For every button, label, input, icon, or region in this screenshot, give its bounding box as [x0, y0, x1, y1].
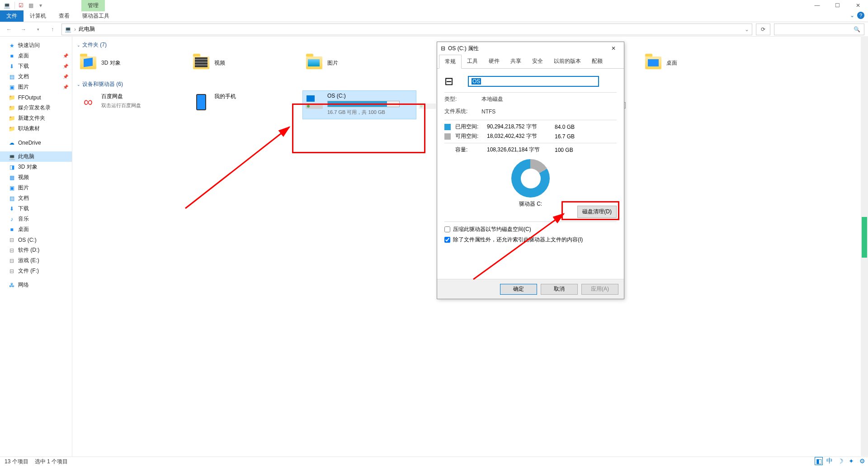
folder-pictures[interactable]: 图片 — [303, 52, 416, 74]
refresh-button[interactable]: ⟳ — [756, 24, 770, 35]
sidebar-item-desktop2[interactable]: ■桌面 — [0, 224, 72, 235]
breadcrumb-chevron-icon[interactable]: › — [74, 26, 76, 33]
tray-icon[interactable]: ⚙ — [858, 457, 866, 465]
ribbon-expand-icon[interactable]: ⌄ — [850, 12, 854, 19]
sidebar-item-career[interactable]: 📁职场素材 — [0, 123, 72, 134]
qat-thispc-icon[interactable]: 💻 — [3, 1, 11, 9]
address-bar[interactable]: 💻 › 此电脑 ⌄ — [61, 24, 752, 35]
sidebar-item-documents2[interactable]: ▤文档 — [0, 193, 72, 203]
sidebar-thispc[interactable]: 💻此电脑 — [0, 151, 72, 162]
tab-quota[interactable]: 配额 — [586, 55, 608, 68]
dialog-titlebar[interactable]: ⊟ OS (C:) 属性 ✕ — [437, 42, 624, 55]
tab-view[interactable]: 查看 — [52, 10, 76, 22]
nav-up-icon[interactable]: ↑ — [47, 26, 58, 33]
sidebar-item-videos[interactable]: ▦视频 — [0, 172, 72, 183]
compress-checkbox-row[interactable]: 压缩此驱动器以节约磁盘空间(C) — [444, 226, 617, 233]
usage-bar — [327, 101, 400, 107]
folder-3d[interactable]: 3D 对象 — [77, 52, 190, 74]
qat-properties-icon[interactable]: ▦ — [27, 1, 35, 9]
drive-icon: ⊟ — [441, 45, 445, 52]
checkbox-label: 除了文件属性外，还允许索引此驱动器上文件的内容(I) — [453, 236, 583, 244]
sidebar-item-ffoutput[interactable]: 📁FFOutput — [0, 92, 72, 103]
sidebar-label: OneDrive — [18, 140, 41, 146]
pin-icon: 📌 — [63, 85, 68, 89]
apply-button[interactable]: 应用(A) — [581, 284, 618, 295]
sidebar: ★ 快速访问 ■桌面📌 ⬇下载📌 ▤文档📌 ▣图片📌 📁FFOutput 📁媒介… — [0, 37, 72, 457]
tray-icon[interactable]: 中 — [826, 457, 834, 465]
tab-sharing[interactable]: 共享 — [505, 55, 527, 68]
sidebar-item-d[interactable]: ⊟软件 (D:) — [0, 245, 72, 255]
drive-icon — [418, 93, 437, 112]
cancel-button[interactable]: 取消 — [541, 284, 578, 295]
sidebar-item-media[interactable]: 📁媒介宣发名录 — [0, 103, 72, 113]
dialog-close-button[interactable]: ✕ — [607, 45, 620, 52]
index-checkbox[interactable] — [444, 237, 450, 243]
qat-dropdown-icon[interactable]: ▾ — [37, 1, 45, 9]
help-icon[interactable]: ? — [857, 12, 864, 19]
close-button[interactable]: ✕ — [848, 0, 868, 11]
tray-icon[interactable]: ✦ — [847, 457, 855, 465]
sidebar-item-documents[interactable]: ▤文档📌 — [0, 71, 72, 82]
sidebar-item-e[interactable]: ⊟游戏 (E:) — [0, 255, 72, 266]
compress-checkbox[interactable] — [444, 226, 450, 232]
status-selected: 选中 1 个项目 — [35, 458, 68, 466]
tab-file[interactable]: 文件 — [0, 10, 24, 22]
index-checkbox-row[interactable]: 除了文件属性外，还允许索引此驱动器上文件的内容(I) — [444, 236, 617, 244]
nav-back-icon[interactable]: ← — [4, 26, 14, 33]
tab-tools[interactable]: 工具 — [462, 55, 483, 68]
free-gb: 16.7 GB — [555, 133, 582, 140]
sidebar-label: 文档 — [18, 194, 29, 202]
folder-videos[interactable]: 视频 — [190, 52, 303, 74]
sidebar-quick-access[interactable]: ★ 快速访问 — [0, 40, 72, 51]
qat-checkbox-icon[interactable]: ☑ — [17, 1, 25, 9]
used-space-row: 已用空间: 90,294,218,752 字节 84.0 GB — [444, 123, 617, 131]
sidebar-item-music[interactable]: ♪音乐 — [0, 214, 72, 224]
dialog-footer: 确定 取消 应用(A) — [437, 279, 624, 299]
disk-cleanup-button[interactable]: 磁盘清理(D) — [577, 206, 617, 218]
tab-security[interactable]: 安全 — [527, 55, 548, 68]
sidebar-item-f[interactable]: ⊟文件 (F:) — [0, 266, 72, 276]
ribbon-tabs: 文件 计算机 查看 管理 驱动器工具 — [0, 11, 868, 22]
folder-desktop[interactable]: 桌面 — [642, 52, 755, 74]
breadcrumb-location[interactable]: 此电脑 — [79, 25, 95, 33]
sidebar-item-desktop[interactable]: ■桌面📌 — [0, 51, 72, 61]
ok-button[interactable]: 确定 — [500, 284, 537, 295]
search-box[interactable]: 🔍 — [774, 24, 864, 35]
sidebar-item-pictures2[interactable]: ▣图片 — [0, 183, 72, 193]
tab-previous[interactable]: 以前的版本 — [548, 55, 586, 68]
maximize-button[interactable]: ☐ — [827, 0, 848, 11]
minimize-button[interactable]: — — [807, 0, 827, 11]
download-icon: ⬇ — [8, 205, 15, 212]
sidebar-label: 媒介宣发名录 — [18, 104, 51, 112]
address-dropdown-icon[interactable]: ⌄ — [745, 26, 749, 33]
drive-subtitle: 16.7 GB 可用，共 100 GB — [327, 109, 414, 116]
tab-hardware[interactable]: 硬件 — [483, 55, 505, 68]
tab-drive-tools[interactable]: 驱动器工具 — [76, 10, 116, 22]
drive-name-input[interactable]: OS — [468, 76, 599, 87]
sidebar-label: OS (C:) — [18, 237, 37, 243]
section-label: 文件夹 (7) — [82, 41, 107, 49]
folder-icon: 📁 — [8, 104, 15, 112]
drive-phone[interactable]: 我的手机 — [190, 91, 303, 119]
tab-computer[interactable]: 计算机 — [24, 10, 52, 22]
nav-recent-icon[interactable]: ▾ — [33, 27, 43, 32]
sidebar-item-osc[interactable]: ⊟OS (C:) — [0, 235, 72, 245]
tab-manage[interactable]: 管理 — [81, 0, 105, 11]
tab-general[interactable]: 常规 — [439, 55, 462, 69]
network-icon: 🖧 — [8, 282, 15, 289]
sidebar-network[interactable]: 🖧网络 — [0, 280, 72, 290]
sidebar-item-pictures[interactable]: ▣图片📌 — [0, 82, 72, 92]
sidebar-onedrive[interactable]: ☁OneDrive — [0, 137, 72, 148]
tray-icon[interactable]: ◧ — [815, 457, 823, 465]
sidebar-label: 文件 (F:) — [18, 267, 39, 275]
tray-icon[interactable]: ☽ — [836, 457, 844, 465]
scrollbar[interactable] — [861, 36, 868, 456]
drive-baidu[interactable]: ∞ 百度网盘双击运行百度网盘 — [77, 91, 190, 119]
nav-forward-icon[interactable]: → — [18, 26, 29, 33]
sidebar-item-downloads[interactable]: ⬇下载📌 — [0, 61, 72, 71]
sidebar-item-newfolder[interactable]: 📁新建文件夹 — [0, 113, 72, 123]
sidebar-item-downloads2[interactable]: ⬇下载 — [0, 203, 72, 214]
drive-os-c[interactable]: OS (C:) 16.7 GB 可用，共 100 GB — [303, 91, 416, 119]
scrollbar-thumb[interactable] — [862, 217, 867, 258]
sidebar-item-3d[interactable]: ◨3D 对象 — [0, 162, 72, 172]
